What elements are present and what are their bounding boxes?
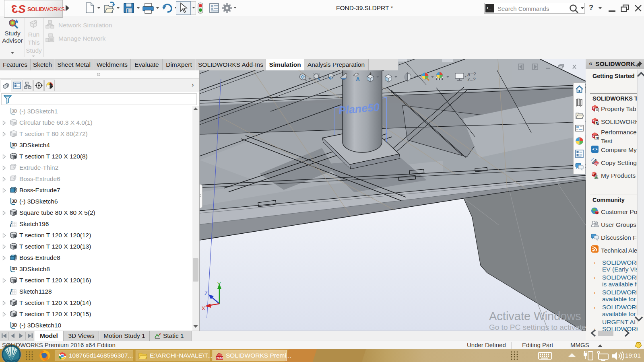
svg-text:Go to PC settings to activate: Go to PC settings to activate Window — [489, 323, 586, 331]
svg-text:2016: 2016 — [217, 356, 223, 360]
svg-text:Y: Y — [217, 281, 221, 287]
svg-text:x=?: x=? — [467, 77, 476, 82]
svg-text:A: A — [356, 76, 360, 82]
svg-text:X: X — [202, 305, 205, 311]
svg-text:Z: Z — [204, 290, 208, 296]
svg-text:a=?: a=? — [467, 72, 476, 77]
svg-text:Activate Windows: Activate Windows — [489, 310, 581, 323]
